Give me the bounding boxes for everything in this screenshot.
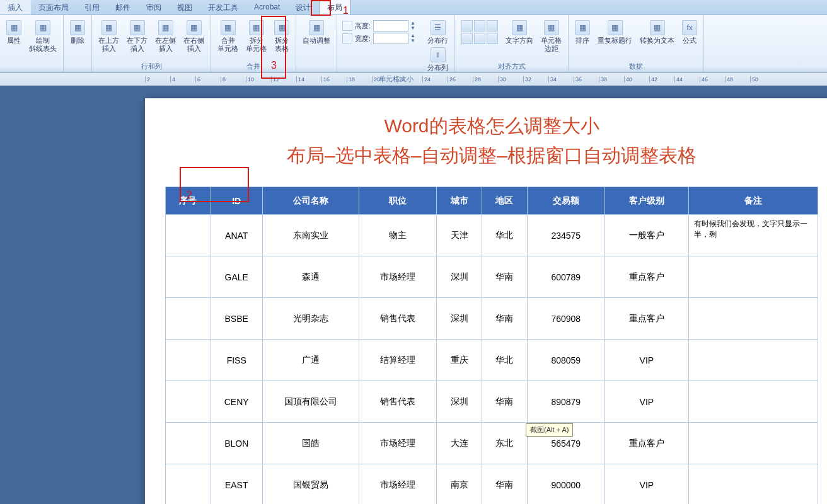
tab-邮件[interactable]: 邮件 (108, 0, 139, 14)
cell[interactable]: 销售代表 (359, 298, 437, 340)
文字方向-button[interactable]: ▦文字方向 (502, 19, 537, 54)
distribute-cols-button[interactable]: ⦀分布列 (424, 46, 452, 73)
cell[interactable]: 深圳 (437, 381, 482, 423)
cell[interactable]: 重庆 (437, 340, 482, 381)
cell[interactable]: 华南 (482, 464, 528, 505)
cell[interactable]: BSBE (211, 298, 262, 340)
cell[interactable]: 900000 (527, 464, 604, 505)
tab-引用[interactable]: 引用 (77, 0, 108, 14)
table-row[interactable]: GALE森通市场经理深圳华南600789重点客户 (166, 256, 818, 298)
cell[interactable]: 南京 (437, 464, 482, 505)
cell[interactable]: 重点客户 (604, 256, 688, 298)
cell[interactable] (166, 423, 211, 464)
table-row[interactable]: ANAT东南实业物主天津华北234575一般客户有时候我们会发现，文字只显示一半… (166, 215, 818, 256)
cell[interactable]: 国银贸易 (262, 464, 359, 505)
col-客户级别[interactable]: 客户级别 (604, 187, 688, 215)
table-row[interactable]: BLON国皓市场经理大连东北565479重点客户 (166, 423, 818, 464)
cell[interactable]: 760908 (527, 298, 604, 340)
cell[interactable]: VIP (604, 340, 688, 381)
cell[interactable]: 国顶有限公司 (262, 381, 359, 423)
tab-插入[interactable]: 插入 (0, 0, 31, 14)
col-ID[interactable]: ID (211, 187, 262, 215)
删除-button[interactable]: ▦删除 (66, 19, 89, 46)
cell[interactable]: ANAT (211, 215, 262, 256)
cell[interactable] (688, 381, 818, 423)
tab-开发工具[interactable]: 开发工具 (200, 0, 246, 14)
cell[interactable]: 物主 (359, 215, 437, 256)
table-row[interactable]: EAST国银贸易市场经理南京华南900000VIP (166, 464, 818, 505)
cell[interactable] (166, 340, 211, 381)
重复标题行-button[interactable]: ▦重复标题行 (594, 19, 636, 46)
cell[interactable] (688, 423, 818, 464)
cell[interactable]: EAST (211, 464, 262, 505)
cell[interactable]: 光明杂志 (262, 298, 359, 340)
col-交易额[interactable]: 交易额 (527, 187, 604, 215)
tab-页面布局[interactable]: 页面布局 (31, 0, 77, 14)
col-城市[interactable]: 城市 (437, 187, 482, 215)
cell[interactable]: 深圳 (437, 298, 482, 340)
tab-Acrobat[interactable]: Acrobat (246, 0, 288, 14)
cell[interactable]: 结算经理 (359, 340, 437, 381)
拆分-表格-button[interactable]: ▦拆分 表格 (270, 19, 293, 54)
col-公司名称[interactable]: 公司名称 (262, 187, 359, 215)
height-input[interactable] (373, 20, 408, 32)
cell[interactable]: 天津 (437, 215, 482, 256)
col-备注[interactable]: 备注 (688, 187, 818, 215)
拆分-单元格-button[interactable]: ▦拆分 单元格 (242, 19, 270, 54)
cell[interactable] (166, 381, 211, 423)
cell[interactable]: 一般客户 (604, 215, 688, 256)
table-row[interactable]: BSBE光明杂志销售代表深圳华南760908重点客户 (166, 298, 818, 340)
在右侧-插入-button[interactable]: ▦在右侧 插入 (180, 19, 208, 54)
cell[interactable] (166, 256, 211, 298)
cell[interactable]: FISS (211, 340, 262, 381)
cell[interactable]: 东北 (482, 423, 528, 464)
cell[interactable]: GALE (211, 256, 262, 298)
cell[interactable] (688, 256, 818, 298)
col-地区[interactable]: 地区 (482, 187, 528, 215)
cell[interactable] (688, 298, 818, 340)
col-职位[interactable]: 职位 (359, 187, 437, 215)
cell[interactable]: 国皓 (262, 423, 359, 464)
cell[interactable]: 600789 (527, 256, 604, 298)
在上方-插入-button[interactable]: ▦在上方 插入 (95, 19, 123, 54)
cell[interactable]: 市场经理 (359, 464, 437, 505)
cell[interactable] (688, 464, 818, 505)
cell[interactable]: BLON (211, 423, 262, 464)
cell[interactable] (688, 340, 818, 381)
cell[interactable]: 华南 (482, 381, 528, 423)
cell[interactable]: CENY (211, 381, 262, 423)
合并-单元格-button[interactable]: ▦合并 单元格 (214, 19, 242, 54)
在下方-插入-button[interactable]: ▦在下方 插入 (123, 19, 151, 54)
cell[interactable]: 重点客户 (604, 298, 688, 340)
自动调整-button[interactable]: ▦自动调整 (299, 19, 334, 46)
cell[interactable]: 890879 (527, 381, 604, 423)
distribute-rows-button[interactable]: ☰分布行 (424, 19, 452, 46)
cell[interactable]: VIP (604, 464, 688, 505)
cell[interactable] (166, 464, 211, 505)
data-table[interactable]: 序号ID公司名称职位城市地区交易额客户级别备注 ANAT东南实业物主天津华北23… (165, 186, 818, 504)
cell[interactable]: 华南 (482, 298, 528, 340)
排序-button[interactable]: ▦排序 (571, 19, 594, 46)
cell[interactable]: 销售代表 (359, 381, 437, 423)
cell[interactable]: 森通 (262, 256, 359, 298)
cell[interactable] (166, 215, 211, 256)
绘制-斜线表头-button[interactable]: ▦绘制 斜线表头 (25, 19, 61, 54)
cell[interactable]: 大连 (437, 423, 482, 464)
cell[interactable]: 华南 (482, 256, 528, 298)
table-row[interactable]: CENY国顶有限公司销售代表深圳华南890879VIP (166, 381, 818, 423)
cell[interactable]: 市场经理 (359, 423, 437, 464)
cell[interactable]: 广通 (262, 340, 359, 381)
cell[interactable]: 234575 (527, 215, 604, 256)
转换为文本-button[interactable]: ▦转换为文本 (636, 19, 678, 46)
cell[interactable]: 重点客户 (604, 423, 688, 464)
cell[interactable] (166, 298, 211, 340)
cell[interactable]: 深圳 (437, 256, 482, 298)
alignment-grid[interactable] (461, 20, 498, 44)
table-row[interactable]: FISS广通结算经理重庆华北808059VIP (166, 340, 818, 381)
cell[interactable]: 华北 (482, 340, 528, 381)
spinner-icon[interactable]: ▲▼ (408, 21, 417, 31)
tab-审阅[interactable]: 审阅 (139, 0, 170, 14)
单元格-边距-button[interactable]: ▦单元格 边距 (537, 19, 565, 54)
cell[interactable]: 808059 (527, 340, 604, 381)
cell[interactable]: VIP (604, 381, 688, 423)
